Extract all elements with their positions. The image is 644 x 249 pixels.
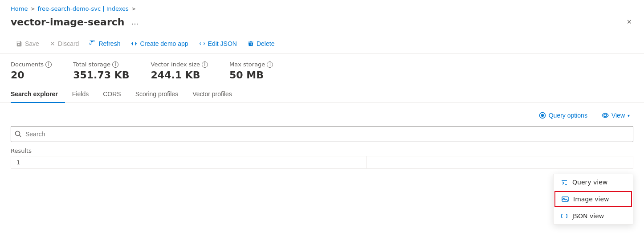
query-options-button[interactable]: Query options xyxy=(535,110,591,121)
tab-vector-profiles[interactable]: Vector profiles xyxy=(185,86,239,103)
page-title-area: vector-image-search ... xyxy=(11,16,141,28)
breadcrumb-home[interactable]: Home xyxy=(11,5,28,12)
breadcrumb: Home > free-search-demo-svc | Indexes > xyxy=(0,0,644,14)
view-icon xyxy=(602,112,609,119)
search-bar-container xyxy=(11,126,633,142)
stat-vector-index-value: 244.1 KB xyxy=(151,69,208,81)
query-options-row: Query options View ▾ xyxy=(11,110,633,121)
view-chevron-icon: ▾ xyxy=(628,113,630,118)
ellipsis-button[interactable]: ... xyxy=(129,16,141,28)
discard-button[interactable]: ✕ Discard xyxy=(45,37,84,50)
table-row: 1 xyxy=(11,156,633,169)
breadcrumb-sep1: > xyxy=(30,6,35,12)
delete-icon xyxy=(248,41,254,47)
search-input[interactable] xyxy=(25,131,629,138)
stat-max-storage: Max storage i 50 MB xyxy=(229,61,273,81)
vector-index-info-icon[interactable]: i xyxy=(202,61,208,68)
page-title: vector-image-search xyxy=(11,16,124,28)
documents-info-icon[interactable]: i xyxy=(45,61,52,68)
breadcrumb-service[interactable]: free-search-demo-svc | Indexes xyxy=(37,5,128,12)
stats-row: Documents i 20 Total storage i 351.73 KB… xyxy=(0,54,644,84)
svg-point-3 xyxy=(16,131,20,136)
close-button[interactable]: × xyxy=(625,16,633,29)
image-view-icon xyxy=(562,196,569,203)
dropdown-item-json-view[interactable]: JSON view xyxy=(554,208,633,224)
delete-label: Delete xyxy=(257,40,274,47)
dropdown-item-query-view-label: Query view xyxy=(572,179,607,186)
refresh-button[interactable]: Refresh xyxy=(84,37,126,50)
tab-scoring-profiles[interactable]: Scoring profiles xyxy=(128,86,186,103)
discard-label: Discard xyxy=(58,40,79,47)
json-view-icon xyxy=(561,212,568,220)
results-table: 1 xyxy=(11,156,633,169)
toolbar: Save ✕ Discard Refresh Create demo app E… xyxy=(0,34,644,54)
table-cell-content xyxy=(366,156,633,169)
results-label: Results xyxy=(11,147,633,154)
edit-json-button[interactable]: Edit JSON xyxy=(194,37,242,50)
page-header: vector-image-search ... × xyxy=(0,14,644,34)
tab-search-explorer[interactable]: Search explorer xyxy=(11,86,65,103)
dropdown-item-image-view-label: Image view xyxy=(573,196,609,203)
view-button[interactable]: View ▾ xyxy=(598,110,633,121)
save-icon xyxy=(16,41,22,47)
search-icon xyxy=(15,131,22,138)
stat-max-storage-label: Max storage i xyxy=(229,61,273,68)
content-area: Query options View ▾ xyxy=(0,103,644,169)
edit-json-label: Edit JSON xyxy=(208,40,237,47)
create-demo-app-button[interactable]: Create demo app xyxy=(126,37,193,50)
create-demo-app-label: Create demo app xyxy=(140,40,188,47)
stat-max-storage-value: 50 MB xyxy=(229,69,273,81)
query-options-label: Query options xyxy=(549,112,587,119)
stat-documents-label: Documents i xyxy=(11,61,52,68)
tabs: Search explorer Fields CORS Scoring prof… xyxy=(0,86,644,103)
breadcrumb-sep2: > xyxy=(131,6,136,12)
refresh-label: Refresh xyxy=(98,40,120,47)
refresh-icon xyxy=(90,41,96,47)
query-options-icon xyxy=(539,112,546,119)
stat-total-storage: Total storage i 351.73 KB xyxy=(73,61,129,81)
delete-button[interactable]: Delete xyxy=(242,37,280,50)
max-storage-info-icon[interactable]: i xyxy=(267,61,273,68)
dropdown-item-query-view[interactable]: Query view xyxy=(554,174,633,190)
tab-fields[interactable]: Fields xyxy=(65,86,96,103)
stat-documents-value: 20 xyxy=(11,69,52,81)
stat-documents: Documents i 20 xyxy=(11,61,52,81)
total-storage-info-icon[interactable]: i xyxy=(112,61,118,68)
stat-total-storage-value: 351.73 KB xyxy=(73,69,129,81)
stat-vector-index-label: Vector index size i xyxy=(151,61,208,68)
create-demo-icon xyxy=(131,41,137,47)
stat-vector-index-size: Vector index size i 244.1 KB xyxy=(151,61,208,81)
stat-total-storage-label: Total storage i xyxy=(73,61,129,68)
dropdown-item-json-view-label: JSON view xyxy=(572,212,604,220)
view-label: View xyxy=(611,112,625,119)
query-view-icon xyxy=(561,179,568,186)
dropdown-menu: Query view Image view JSON view xyxy=(553,174,633,225)
discard-icon: ✕ xyxy=(50,40,55,47)
save-button[interactable]: Save xyxy=(11,37,45,50)
svg-point-2 xyxy=(604,114,607,117)
save-label: Save xyxy=(25,40,39,47)
dropdown-item-image-view[interactable]: Image view xyxy=(554,191,632,207)
tab-cors[interactable]: CORS xyxy=(96,86,128,103)
table-cell-num: 1 xyxy=(11,156,367,169)
edit-json-icon xyxy=(199,41,205,47)
page-container: Home > free-search-demo-svc | Indexes > … xyxy=(0,0,644,169)
